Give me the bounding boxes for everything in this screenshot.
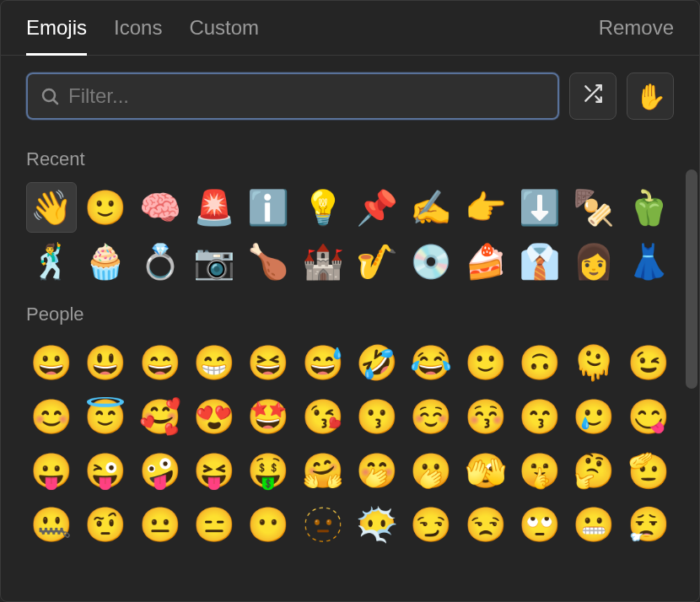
emoji-item[interactable]: 🙃	[514, 337, 565, 388]
emoji-item[interactable]: 🥲	[568, 391, 619, 442]
emoji-item[interactable]: 😇	[80, 391, 131, 442]
emoji-item[interactable]: 😅	[298, 337, 348, 388]
emoji-item[interactable]: 🧠	[135, 182, 186, 233]
emoji-item[interactable]: 😜	[80, 445, 131, 496]
emoji-item[interactable]: 🍗	[243, 236, 293, 287]
emoji-item[interactable]: 🍢	[568, 182, 619, 233]
emoji-item[interactable]: 💍	[135, 236, 186, 287]
shuffle-icon	[582, 83, 604, 110]
emoji-item[interactable]: 🥰	[135, 391, 186, 442]
emoji-item[interactable]: 🫠	[568, 337, 619, 388]
emoji-item[interactable]: 😊	[26, 391, 77, 442]
emoji-item[interactable]: 🏰	[298, 236, 348, 287]
emoji-item[interactable]: 📷	[189, 236, 240, 287]
emoji-item[interactable]: 😚	[460, 391, 511, 442]
emoji-item[interactable]: 😆	[243, 337, 293, 388]
remove-button[interactable]: Remove	[599, 16, 674, 55]
emoji-item[interactable]: 🤗	[298, 445, 348, 496]
emoji-item[interactable]: 🫢	[406, 445, 456, 496]
tabs-container: Emojis Icons Custom	[26, 16, 599, 55]
emoji-item[interactable]: 😑	[189, 499, 240, 550]
recent-grid: 👋🙂🧠🚨ℹ️💡📌✍️👉⬇️🍢🫑🕺🧁💍📷🍗🏰🎷💿🍰👔👩👗	[26, 182, 674, 287]
emoji-item[interactable]: 🫣	[460, 445, 511, 496]
emoji-item[interactable]: ☺️	[406, 391, 456, 442]
emoji-item[interactable]: 😗	[352, 391, 402, 442]
emoji-item[interactable]: 🤐	[26, 499, 77, 550]
emoji-item[interactable]: 🕺	[26, 236, 77, 287]
svg-line-1	[54, 100, 58, 105]
emoji-item[interactable]: 🙂	[80, 182, 131, 233]
emoji-item[interactable]: 😍	[189, 391, 240, 442]
emoji-item[interactable]: 🤫	[514, 445, 565, 496]
emoji-item[interactable]: 🍰	[460, 236, 511, 287]
controls-row: ✋	[1, 56, 699, 128]
emoji-item[interactable]: 💡	[298, 182, 348, 233]
emoji-item[interactable]: 😋	[623, 391, 674, 442]
emoji-item[interactable]: 😶‍🌫️	[352, 499, 402, 550]
emoji-item[interactable]: 🫡	[623, 445, 674, 496]
emoji-item[interactable]: 🤔	[568, 445, 619, 496]
emoji-item[interactable]: 🤩	[243, 391, 293, 442]
emoji-item[interactable]: 🙄	[514, 499, 565, 550]
tab-icons[interactable]: Icons	[114, 16, 162, 55]
search-icon	[40, 86, 60, 106]
recent-title: Recent	[26, 148, 674, 170]
svg-line-4	[585, 86, 590, 90]
emoji-item[interactable]: 😁	[189, 337, 240, 388]
emoji-item[interactable]: 👔	[514, 236, 565, 287]
emoji-item[interactable]: 😛	[26, 445, 77, 496]
emoji-item[interactable]: 👗	[623, 236, 674, 287]
emoji-item[interactable]: 📌	[352, 182, 402, 233]
scrollbar[interactable]	[686, 169, 697, 389]
emoji-item[interactable]: 😶	[243, 499, 293, 550]
tab-custom[interactable]: Custom	[189, 16, 259, 55]
emoji-item[interactable]: 🤨	[80, 499, 131, 550]
emoji-item[interactable]: 😀	[26, 337, 77, 388]
emoji-item[interactable]: 😐	[135, 499, 186, 550]
emoji-item[interactable]: 😘	[298, 391, 348, 442]
emoji-item[interactable]: 😮‍💨	[623, 499, 674, 550]
search-wrapper	[26, 73, 559, 120]
skin-tone-button[interactable]: ✋	[627, 73, 674, 120]
emoji-item[interactable]: 💿	[406, 236, 456, 287]
emoji-item[interactable]: 🤭	[352, 445, 402, 496]
search-input[interactable]	[68, 84, 546, 108]
people-title: People	[26, 304, 674, 325]
emoji-item[interactable]: 👋	[26, 182, 77, 233]
emoji-item[interactable]: 🤣	[352, 337, 402, 388]
emoji-item[interactable]: ⬇️	[514, 182, 565, 233]
emoji-item[interactable]: 🙂	[460, 337, 511, 388]
shuffle-button[interactable]	[569, 73, 617, 120]
emoji-item[interactable]: 😙	[514, 391, 565, 442]
emoji-item[interactable]: 🚨	[189, 182, 240, 233]
emoji-item[interactable]: 😒	[460, 499, 511, 550]
emoji-item[interactable]: 🤑	[243, 445, 293, 496]
emoji-item[interactable]: 😏	[406, 499, 456, 550]
emoji-item[interactable]: 👉	[460, 182, 511, 233]
emoji-item[interactable]: 😄	[135, 337, 186, 388]
emoji-item[interactable]: 🫥	[298, 499, 348, 550]
emoji-item[interactable]: 😂	[406, 337, 456, 388]
hand-icon: ✋	[635, 82, 666, 111]
emoji-item[interactable]: 😃	[80, 337, 131, 388]
emoji-content: Recent 👋🙂🧠🚨ℹ️💡📌✍️👉⬇️🍢🫑🕺🧁💍📷🍗🏰🎷💿🍰👔👩👗 Peopl…	[1, 128, 699, 587]
emoji-item[interactable]: 🎷	[352, 236, 402, 287]
people-grid: 😀😃😄😁😆😅🤣😂🙂🙃🫠😉😊😇🥰😍🤩😘😗☺️😚😙🥲😋😛😜🤪😝🤑🤗🤭🫢🫣🤫🤔🫡🤐🤨😐…	[26, 337, 674, 550]
emoji-item[interactable]: 🧁	[80, 236, 131, 287]
emoji-item[interactable]: 🫑	[623, 182, 674, 233]
emoji-item[interactable]: 😬	[568, 499, 619, 550]
emoji-item[interactable]: 👩	[568, 236, 619, 287]
emoji-item[interactable]: 😝	[189, 445, 240, 496]
tab-emojis[interactable]: Emojis	[26, 16, 87, 55]
emoji-item[interactable]: ℹ️	[243, 182, 293, 233]
emoji-item[interactable]: ✍️	[406, 182, 456, 233]
emoji-item[interactable]: 🤪	[135, 445, 186, 496]
emoji-item[interactable]: 😉	[623, 337, 674, 388]
